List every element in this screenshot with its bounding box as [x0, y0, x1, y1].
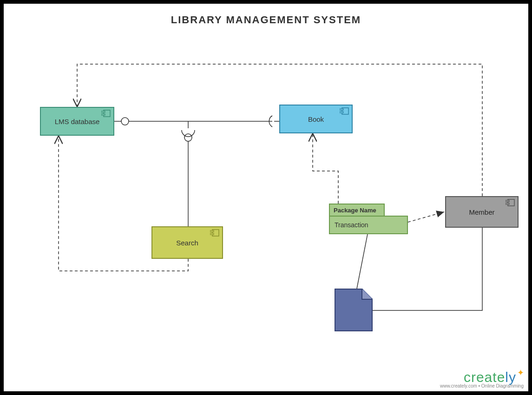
brand-text-right: ly [505, 369, 516, 385]
component-member: Member [445, 196, 519, 228]
connector-package-document [357, 234, 368, 289]
component-book: Book [279, 105, 353, 133]
diagram-canvas: LMS database Book Search Member [4, 4, 528, 391]
svg-rect-20 [506, 203, 509, 204]
component-lms-database: LMS database [40, 107, 114, 136]
svg-point-5 [184, 134, 192, 141]
package-body: Transaction [329, 216, 408, 234]
svg-point-1 [121, 118, 129, 125]
connector-search-interface [182, 121, 195, 226]
svg-rect-11 [101, 114, 105, 115]
component-label: Search [173, 239, 201, 247]
component-icon [210, 229, 219, 237]
component-icon [340, 107, 349, 115]
brand-tagline: www.creately.com • Online Diagramming [440, 383, 524, 388]
component-label: Member [466, 208, 497, 216]
connector-package-book [313, 133, 338, 204]
component-search: Search [151, 226, 223, 259]
artifact-document [335, 289, 373, 331]
svg-line-7 [408, 212, 444, 222]
diagram-frame: LIBRARY MANAGEMENT SYSTEM [0, 0, 532, 395]
connector-document-member [373, 228, 482, 310]
document-fold-icon [361, 289, 373, 300]
svg-rect-13 [340, 109, 343, 110]
svg-rect-14 [340, 112, 343, 113]
component-label: Book [305, 115, 327, 123]
svg-rect-19 [506, 200, 509, 202]
component-icon [506, 199, 515, 206]
bulb-icon: ✦ [517, 368, 525, 377]
package-name-tab: Package Name [329, 204, 385, 217]
footer: creately✦ www.creately.com • Online Diag… [440, 369, 524, 388]
svg-line-8 [357, 234, 368, 289]
component-icon [101, 110, 111, 117]
svg-rect-10 [101, 111, 105, 112]
svg-rect-16 [210, 230, 214, 232]
package-transaction: Package Name Transaction [329, 204, 408, 234]
brand-logo: creately✦ [440, 369, 524, 385]
svg-rect-17 [210, 233, 214, 235]
component-label: LMS database [52, 118, 103, 125]
connector-lms-book [114, 116, 279, 127]
connector-package-member [408, 212, 444, 222]
brand-text-left: create [464, 369, 505, 385]
